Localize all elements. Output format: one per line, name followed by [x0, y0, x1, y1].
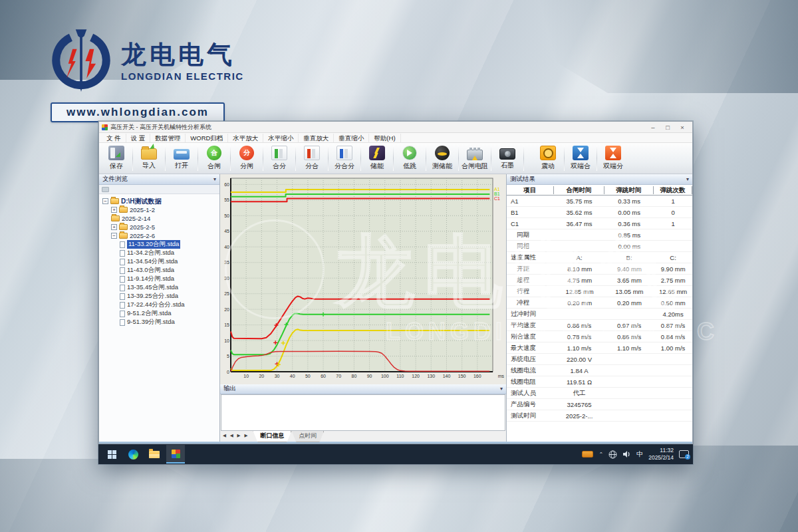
taskbar-explorer-button[interactable]	[145, 445, 164, 464]
row-label: 产品编号	[507, 400, 554, 409]
file-explorer-icon	[149, 451, 160, 458]
toolbar-button-lowtrip[interactable]: 低跳	[394, 143, 426, 174]
tree-item[interactable]: 13-39.25合分.stda	[100, 292, 218, 301]
clock-time: 11:32	[648, 447, 674, 454]
icon-glyph: 合	[211, 150, 217, 156]
menu-item[interactable]: 设 置	[126, 134, 151, 142]
taskbar-clock[interactable]: 11:32 2025/2/14	[648, 447, 674, 461]
output-header[interactable]: 输出 ▾	[220, 384, 506, 394]
toolbar-button-vibration[interactable]: 震动	[532, 143, 564, 174]
tree-item[interactable]: −D:\H测试数据	[100, 197, 218, 205]
row-label: 线圈电流	[507, 366, 554, 375]
svg-text:90: 90	[367, 374, 372, 378]
toolbar-button-save[interactable]: 保存	[100, 143, 132, 174]
results-pane: 测试结果 ▾ 项目合闸时间弹跳时间弹跳次数A135.75 ms0.33 ms1B…	[506, 174, 692, 442]
tree-item[interactable]: 17-22.44分合分.stda	[100, 301, 218, 309]
tree-expander[interactable]: +	[111, 224, 117, 230]
toolbar-button-oc[interactable]: 分合	[296, 143, 328, 174]
system-tray: ⌃ 中 11:32 2025/2/14 2	[582, 447, 689, 461]
row-value: 1.10 m/s	[604, 344, 654, 352]
menu-item[interactable]: 水平放大	[228, 134, 263, 142]
tray-chevron-up-icon[interactable]: ⌃	[598, 452, 603, 458]
taskbar-app-button[interactable]	[166, 445, 185, 464]
tree-item[interactable]: 9-51.39分闸.stda	[100, 318, 218, 327]
toolbar-button-dual-open[interactable]: 双端分	[597, 143, 629, 174]
close-button[interactable]: ×	[675, 122, 690, 132]
row-label: 同相	[507, 242, 555, 251]
results-header[interactable]: 测试结果 ▾	[507, 174, 692, 185]
tree-item[interactable]: 9-51.2合闸.stda	[100, 309, 218, 318]
tree-item[interactable]: 13-35.45合闸.stda	[100, 283, 218, 292]
chevron-down-icon[interactable]: ▾	[500, 386, 503, 392]
svg-text:60: 60	[224, 182, 229, 187]
menu-item[interactable]: 文 件	[102, 134, 126, 142]
menu-item[interactable]: 数据管理	[150, 134, 186, 142]
window-bottom-edge	[99, 442, 692, 444]
svg-text:80: 80	[352, 374, 357, 378]
row-value: 0.86 m/s	[604, 333, 654, 340]
maximize-button[interactable]: □	[660, 122, 675, 132]
toolbar-button-resistance[interactable]: 合闸电阻	[459, 143, 491, 174]
toolbar-button-open-op[interactable]: 分分闸	[231, 143, 263, 174]
menu-item[interactable]: 垂直缩小	[334, 134, 369, 142]
import-icon	[141, 148, 157, 160]
tree-item[interactable]: 11-34.54分闸.stda	[100, 257, 218, 266]
table-row: 行程12.85 mm13.05 mm12.65 mm	[507, 286, 692, 297]
svg-text:120: 120	[412, 374, 420, 378]
menu-item[interactable]: 垂直放大	[299, 134, 334, 142]
chevron-down-icon[interactable]: ▾	[686, 176, 689, 182]
tree-item[interactable]: 11-33.20合闸.stda	[100, 240, 218, 249]
tree-expander[interactable]: +	[111, 207, 117, 213]
file-browser-header[interactable]: 文件浏览 ▾	[99, 174, 219, 185]
dual-open-icon	[605, 146, 621, 160]
tree-expander[interactable]: −	[102, 198, 108, 204]
minimize-button[interactable]: –	[646, 122, 660, 132]
tree-item[interactable]: 11-9.14分闸.stda	[100, 275, 218, 283]
table-row: B135.62 ms0.00 ms0	[507, 207, 692, 218]
toolbar-button-oco[interactable]: 分合分	[329, 143, 360, 174]
volume-icon[interactable]	[622, 450, 631, 458]
menu-item[interactable]: WORD归档	[186, 134, 228, 142]
toolbar-button-co[interactable]: 合分	[263, 143, 295, 174]
menu-item[interactable]: 帮助(H)	[369, 134, 400, 142]
notification-badge: 2	[685, 454, 690, 460]
app-screenshot: 高压开关 - 高压开关机械特性分析系统 – □ × 文 件设 置数据管理WORD…	[98, 121, 693, 464]
file-icon	[120, 302, 125, 309]
refresh-folder-icon[interactable]	[102, 187, 109, 192]
toolbar-button-energy[interactable]: 储能	[361, 143, 393, 174]
row-value: 3245765	[554, 401, 604, 408]
tree-item[interactable]: 11-43.0合闸.stda	[100, 266, 218, 275]
svg-text:110: 110	[396, 374, 404, 378]
notification-center-icon[interactable]: 2	[679, 450, 689, 458]
chevron-down-icon[interactable]: ▾	[213, 176, 216, 182]
tab-inactive[interactable]: 点时间	[291, 431, 324, 442]
toolbar-button-import[interactable]: 导入	[133, 143, 165, 174]
toolbar-button-graphite[interactable]: 石墨	[491, 143, 523, 174]
tree-item[interactable]: −2025-2-6	[100, 231, 218, 240]
taskbar-edge-button[interactable]	[124, 445, 142, 464]
tree-item[interactable]: 2025-2-14	[100, 214, 218, 223]
row-value: 9.40 mm	[604, 265, 654, 273]
row-label: 测试人员	[507, 389, 554, 398]
website-box: www.whlongdian.com	[51, 102, 225, 122]
tree-item[interactable]: +2025-2-5	[100, 223, 218, 231]
start-button[interactable]	[102, 445, 121, 464]
tray-device-icon[interactable]	[582, 451, 593, 458]
tab-nav-arrows[interactable]: ◀ ◀ ▶ ▶	[223, 433, 249, 438]
row-value: 2025-2-...	[554, 412, 604, 420]
toolbar-button-measure-energy[interactable]: 测储能	[426, 143, 458, 174]
row-value: 0	[654, 209, 692, 216]
menu-item[interactable]: 水平缩小	[263, 134, 299, 142]
toolbar-button-dual-close[interactable]: 双端合	[565, 143, 597, 174]
toolbar-button-open[interactable]: 打开	[166, 143, 198, 174]
title-bar[interactable]: 高压开关 - 高压开关机械特性分析系统 – □ ×	[99, 122, 692, 133]
toolbar-button-close-op[interactable]: 合合闸	[198, 143, 230, 174]
table-row: 超程4.75 mm3.65 mm2.75 mm	[507, 275, 692, 286]
network-globe-icon[interactable]	[608, 450, 617, 459]
tree-item[interactable]: 11-34.2合闸.stda	[100, 249, 218, 257]
ime-indicator[interactable]: 中	[636, 450, 643, 459]
tree-item-label: 9-51.39分闸.stda	[127, 318, 175, 327]
tree-expander[interactable]: −	[111, 233, 117, 239]
tab-active[interactable]: 断口信息	[253, 431, 291, 442]
tree-item[interactable]: +2025-1-2	[100, 205, 218, 214]
